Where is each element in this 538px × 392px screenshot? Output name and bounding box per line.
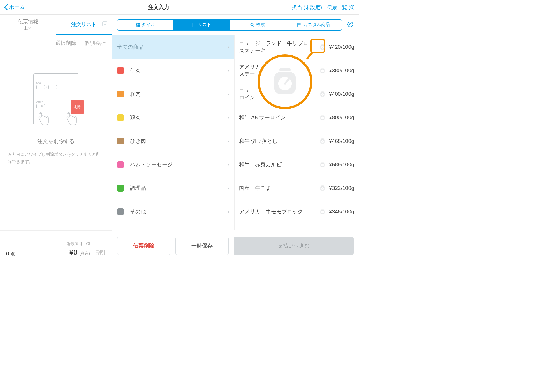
category-row[interactable]: 牛肉›: [112, 59, 234, 82]
hand-icon: [64, 111, 77, 128]
hand-icon: [36, 111, 49, 128]
category-row[interactable]: 調理品›: [112, 176, 234, 200]
category-row[interactable]: 鶏肉›: [112, 106, 234, 129]
list-icon: [102, 21, 108, 28]
svg-point-22: [299, 26, 300, 26]
product-name: アメリカ 牛モモブロック: [239, 208, 319, 215]
color-swatch: [117, 161, 124, 168]
category-all[interactable]: 全ての商品 ›: [112, 35, 234, 59]
product-row[interactable]: ニューロイン¥400/100g: [235, 82, 359, 106]
chevron-right-icon: ›: [227, 67, 229, 74]
product-price: ¥800/100g: [329, 115, 354, 121]
product-price: ¥420/100g: [329, 44, 354, 50]
svg-rect-39: [321, 91, 324, 92]
seg-custom-label: カスタム商品: [303, 22, 330, 28]
scale-icon: [319, 138, 326, 144]
seg-custom[interactable]: カスタム商品: [286, 20, 342, 30]
product-price: ¥400/100g: [329, 91, 354, 97]
seg-search-label: 検索: [256, 22, 265, 28]
category-label: ハム・ソーセージ: [130, 161, 227, 168]
svg-rect-11: [193, 25, 196, 25]
tab-order-list-label: 注文リスト: [71, 21, 96, 28]
assignee-link[interactable]: 担当 (未設定): [292, 4, 322, 11]
product-price: ¥468/100g: [329, 138, 354, 144]
category-label: 調理品: [130, 185, 227, 192]
chevron-right-icon: ›: [227, 161, 229, 168]
tab-slip-info-l1: 伝票情報: [18, 18, 38, 25]
item-count-val: 0: [6, 251, 9, 256]
scale-icon: [319, 115, 326, 121]
category-row[interactable]: その他›: [112, 200, 234, 223]
svg-point-20: [300, 25, 300, 25]
svg-point-12: [192, 25, 193, 26]
product-name: 和牛 赤身カルビ: [239, 161, 319, 168]
discount-btn[interactable]: 割引: [96, 249, 106, 256]
product-row[interactable]: 和牛 A5 サーロイン¥800/100g: [235, 106, 359, 129]
svg-point-8: [192, 23, 193, 24]
seg-tile[interactable]: タイル: [117, 20, 173, 30]
color-swatch: [117, 185, 124, 192]
rounding-discount: 端数値引 ¥0: [67, 241, 90, 246]
seg-search[interactable]: 検索: [230, 20, 286, 30]
scale-icon: [319, 91, 326, 97]
delete-slip-button[interactable]: 伝票削除: [117, 237, 170, 255]
split-bill[interactable]: 個別会計: [84, 39, 106, 47]
category-row[interactable]: 豚肉›: [112, 82, 234, 106]
chevron-right-icon: ›: [227, 114, 229, 121]
chevron-right-icon: ›: [227, 185, 229, 191]
list-icon: [192, 23, 196, 27]
svg-rect-17: [298, 24, 300, 24]
product-row[interactable]: 和牛 切り落とし¥468/100g: [235, 129, 359, 153]
product-name: アメリカステー: [239, 63, 319, 78]
back-button[interactable]: ホーム: [4, 4, 25, 11]
product-price: ¥346/100g: [329, 209, 354, 215]
svg-point-5: [138, 23, 140, 24]
hold-button[interactable]: 一時保存: [175, 237, 229, 255]
svg-rect-51: [321, 162, 324, 162]
help-title: 注文を削除する: [37, 138, 75, 145]
rounding-discount-val: ¥0: [85, 241, 90, 246]
svg-point-7: [138, 25, 140, 27]
help-body: 左方向にスワイプし削除ボタンをタッチすると削除できます。: [8, 151, 104, 165]
seg-list[interactable]: リスト: [173, 20, 229, 30]
product-name: 和牛 A5 サーロイン: [239, 114, 319, 121]
scale-icon: [319, 44, 326, 50]
svg-rect-9: [193, 24, 196, 24]
rounding-discount-label: 端数値引: [67, 241, 82, 246]
product-row[interactable]: アメリカ 牛モモブロック¥346/100g: [235, 200, 359, 223]
product-row[interactable]: アメリカ 牛切り落とし¥338/100g: [235, 223, 359, 230]
product-name: ニュージーランド 牛リブロースステーキ: [239, 40, 319, 54]
svg-point-19: [299, 25, 300, 25]
tab-order-list[interactable]: 注文リスト: [56, 15, 112, 35]
category-label: その他: [130, 208, 227, 215]
calculator-icon: [297, 23, 302, 27]
back-label: ホーム: [9, 4, 25, 11]
svg-point-4: [136, 23, 137, 24]
scale-icon: [319, 162, 326, 168]
search-icon: [250, 23, 254, 27]
color-swatch: [117, 91, 124, 97]
product-row[interactable]: 国産 牛こま¥322/100g: [235, 176, 359, 200]
proceed-payment-button[interactable]: 支払いへ進む: [234, 237, 354, 255]
slip-list-link[interactable]: 伝票一覧 (0): [327, 4, 355, 11]
product-name: 和牛 切り落とし: [239, 137, 319, 145]
product-row[interactable]: 和牛 赤身カルビ¥589/100g: [235, 153, 359, 176]
settings-button[interactable]: [347, 21, 354, 29]
product-row[interactable]: アメリカステー¥380/100g: [235, 59, 359, 82]
product-price: ¥380/100g: [329, 67, 354, 74]
category-label: ひき肉: [130, 137, 227, 145]
select-delete[interactable]: 選択削除: [55, 39, 76, 47]
category-row[interactable]: ハム・ソーセージ›: [112, 153, 234, 176]
product-row[interactable]: ニュージーランド 牛リブロースステーキ¥420/100g: [235, 35, 359, 59]
product-name: 国産 牛こま: [239, 185, 319, 192]
seg-tile-label: タイル: [142, 22, 155, 28]
category-row[interactable]: ひき肉›: [112, 129, 234, 153]
svg-rect-31: [321, 44, 324, 45]
color-swatch: [117, 138, 124, 144]
tab-slip-info[interactable]: 伝票情報 1名: [0, 15, 56, 35]
color-swatch: [117, 67, 124, 74]
total-amount: ¥0 (税込): [67, 248, 90, 257]
color-swatch: [117, 114, 124, 121]
category-label: 豚肉: [130, 90, 227, 98]
category-label: 牛肉: [130, 67, 227, 74]
